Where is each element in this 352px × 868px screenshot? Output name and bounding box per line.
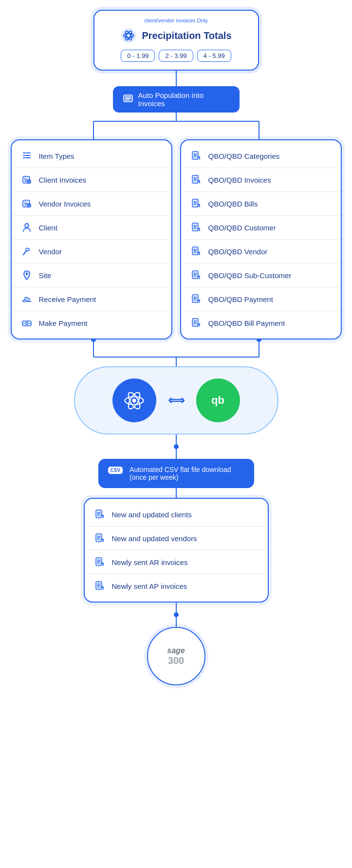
list-item-qbo-sub-customer: QBO/QBD Sub-Customer — [181, 264, 341, 287]
qbo-invoices-label: QBO/QBD Invoices — [208, 176, 271, 184]
list-item-qbo-payment: QBO/QBD Payment — [181, 287, 341, 311]
sage-300-text: 300 — [167, 655, 185, 666]
list-item-newly-sent-ar: Newly sent AR invoices — [85, 550, 268, 574]
doc-icon-7 — [190, 317, 203, 329]
qbo-bill-payment-label: QBO/QBD Bill Payment — [208, 319, 285, 327]
doc-icon-1 — [190, 173, 203, 186]
svg-point-25 — [25, 224, 29, 227]
qbo-categories-label: QBO/QBD Categories — [208, 152, 280, 160]
sync-area: ⟺ qb — [74, 366, 278, 434]
list-item-newly-sent-ap: Newly sent AP invoices — [85, 574, 268, 598]
list-item-qbo-invoices: QBO/QBD Invoices — [181, 168, 341, 192]
doc-icon-6 — [190, 293, 203, 305]
list-item-client: Client — [12, 216, 171, 240]
qbo-customer-label: QBO/QBD Customer — [208, 224, 276, 232]
qb-logo: qb — [196, 378, 240, 422]
doc-icon-bottom-1 — [93, 532, 106, 545]
auto-pop-label: Auto Population into Invoices — [138, 91, 230, 108]
list-item-site: Site — [12, 264, 171, 287]
doc-icon-0 — [190, 150, 203, 162]
list-item-qbo-customer: QBO/QBD Customer — [181, 216, 341, 240]
precip-label: client/vendor invoices Only — [105, 18, 247, 23]
pin-icon — [20, 269, 33, 282]
client-invoices-label: Client Invoices — [39, 176, 87, 184]
precip-card: client/vendor invoices Only Precipitatio… — [93, 10, 259, 71]
doc-icon-bottom-2 — [93, 556, 106, 568]
svg-point-52 — [91, 340, 96, 342]
new-updated-clients-label: New and updated clients — [112, 510, 192, 519]
list-item-make-payment: Make Payment — [12, 311, 171, 335]
csv-badge: CSV — [108, 467, 123, 474]
list-item-new-updated-vendors: New and updated vendors — [85, 527, 268, 550]
qbo-payment-label: QBO/QBD Payment — [208, 295, 273, 303]
right-list-card: QBO/QBD Categories QBO/QBD Invoices — [180, 139, 342, 340]
site-label: Site — [39, 271, 52, 280]
left-list-card: Item Types Client Invoices — [11, 139, 172, 340]
doc-icon-4 — [190, 245, 203, 258]
client-label: Client — [39, 224, 57, 232]
newly-sent-ar-label: Newly sent AR invoices — [112, 558, 188, 566]
csv-box: CSV Automated CSV flat file download (on… — [98, 459, 254, 488]
list-item-client-invoices: Client Invoices — [12, 168, 171, 192]
vendor-invoices-label: Vendor Invoices — [39, 200, 91, 208]
auto-pop-box: Auto Population into Invoices — [113, 86, 240, 113]
svg-text:qb: qb — [211, 394, 224, 406]
svg-point-58 — [132, 398, 136, 402]
cash-icon — [20, 317, 33, 329]
sage-text: sage — [167, 646, 185, 655]
list-item-qbo-bill-payment: QBO/QBD Bill Payment — [181, 311, 341, 335]
doc-icon-bottom-3 — [93, 580, 106, 592]
atom-logo — [112, 378, 156, 422]
invoice-icon — [20, 173, 33, 186]
hammer-icon — [20, 245, 33, 258]
list-item-vendor-invoices: Vendor Invoices — [12, 192, 171, 216]
make-payment-label: Make Payment — [39, 319, 88, 327]
list-item-new-updated-clients: New and updated clients — [85, 503, 268, 527]
svg-point-31 — [29, 323, 30, 324]
vendor-invoice-icon — [20, 197, 33, 210]
merge-connector — [11, 340, 342, 366]
precip-title: Precipitation Totals — [142, 30, 231, 41]
list-item-qbo-categories: QBO/QBD Categories — [181, 144, 341, 168]
new-updated-vendors-label: New and updated vendors — [112, 534, 197, 543]
doc-icon-3 — [190, 221, 203, 234]
newly-sent-ap-label: Newly sent AP invoices — [112, 582, 187, 590]
qbo-vendor-label: QBO/QBD Vendor — [208, 247, 268, 256]
receive-payment-label: Receive Payment — [39, 295, 96, 303]
vendor-label: Vendor — [39, 247, 62, 256]
auto-pop-icon — [123, 93, 133, 106]
precip-icon — [120, 27, 137, 44]
csv-label: Automated CSV flat file download (once p… — [130, 466, 244, 481]
svg-point-30 — [23, 323, 24, 324]
person-icon — [20, 221, 33, 234]
list-item-qbo-bills: QBO/QBD Bills — [181, 192, 341, 216]
item-types-label: Item Types — [39, 152, 74, 160]
list-item-receive-payment: Receive Payment — [12, 287, 171, 311]
doc-icon-bottom-0 — [93, 508, 106, 521]
branch-connector — [11, 113, 342, 139]
list-item-vendor: Vendor — [12, 240, 171, 264]
bottom-list-card: New and updated clients New and updated … — [84, 498, 269, 603]
doc-icon-5 — [190, 269, 203, 282]
svg-point-27 — [25, 273, 27, 275]
list-item-item-types: Item Types — [12, 144, 171, 168]
qbo-bills-label: QBO/QBD Bills — [208, 200, 258, 208]
svg-point-53 — [257, 340, 261, 342]
hand-icon — [20, 293, 33, 305]
sync-arrows-icon: ⟺ — [168, 394, 185, 407]
range-badge-3: 4 - 5.99 — [197, 50, 231, 62]
qbo-sub-customer-label: QBO/QBD Sub-Customer — [208, 271, 292, 280]
sage-circle: sage 300 — [147, 627, 205, 685]
range-badge-1: 0 - 1.99 — [121, 50, 155, 62]
list-item-qbo-vendor: QBO/QBD Vendor — [181, 240, 341, 264]
list-icon — [20, 150, 33, 162]
range-badge-2: 2 - 3.99 — [159, 50, 193, 62]
list-area: Item Types Client Invoices — [11, 139, 342, 340]
doc-icon-2 — [190, 197, 203, 210]
